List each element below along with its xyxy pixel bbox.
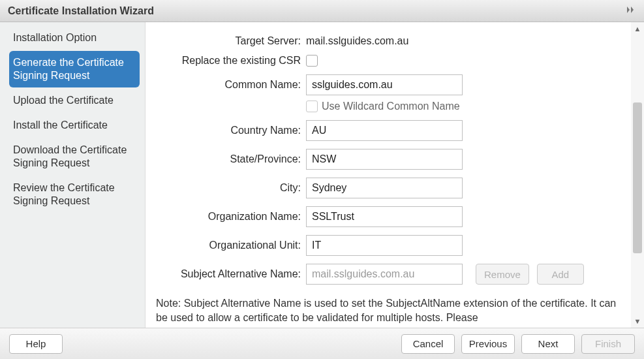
label-target-server: Target Server:	[156, 35, 306, 47]
button-next[interactable]: Next	[521, 334, 575, 354]
sidebar-item-installation-option[interactable]: Installation Option	[9, 26, 140, 50]
label-common-name: Common Name:	[156, 79, 306, 91]
sidebar-item-review-csr[interactable]: Review the Certificate Signing Request	[9, 176, 140, 213]
label-replace-csr: Replace the existing CSR	[156, 55, 306, 67]
row-state: State/Province:	[156, 149, 621, 170]
title-bar: Certificate Installation Wizard	[0, 0, 644, 22]
sidebar-item-generate-csr[interactable]: Generate the Certificate Signing Request	[9, 51, 140, 87]
scroll-track[interactable]	[631, 35, 644, 315]
input-san[interactable]	[306, 264, 463, 285]
vertical-scrollbar[interactable]: ▲ ▼	[631, 22, 644, 328]
row-ou: Organizational Unit:	[156, 235, 621, 256]
form-content: Target Server: mail.sslguides.com.au Rep…	[146, 22, 631, 328]
button-finish[interactable]: Finish	[581, 334, 635, 354]
wizard-sidebar: Installation Option Generate the Certifi…	[0, 22, 145, 328]
button-cancel[interactable]: Cancel	[401, 334, 455, 354]
sidebar-item-download-csr[interactable]: Download the Certificate Signing Request	[9, 138, 140, 175]
row-wildcard: Use Wildcard Common Name	[306, 101, 621, 112]
label-city: City:	[156, 182, 306, 194]
input-common-name[interactable]	[306, 74, 463, 95]
label-org: Organization Name:	[156, 211, 306, 223]
row-common-name: Common Name:	[156, 74, 621, 95]
row-target-server: Target Server: mail.sslguides.com.au	[156, 35, 621, 47]
button-san-remove[interactable]: Remove	[476, 264, 529, 285]
input-country[interactable]	[306, 120, 463, 141]
row-country: Country Name:	[156, 120, 621, 141]
expand-icon[interactable]	[626, 5, 636, 16]
label-san: Subject Alternative Name:	[156, 268, 306, 280]
content-wrap: Target Server: mail.sslguides.com.au Rep…	[145, 22, 644, 328]
scroll-thumb[interactable]	[633, 102, 642, 253]
button-help[interactable]: Help	[9, 334, 63, 354]
footer-bar: Help Cancel Previous Next Finish	[0, 328, 644, 359]
label-ou: Organizational Unit:	[156, 240, 306, 251]
row-replace-csr: Replace the existing CSR	[156, 55, 621, 67]
input-org[interactable]	[306, 206, 463, 227]
row-san: Subject Alternative Name: Remove Add	[156, 264, 621, 285]
window-title: Certificate Installation Wizard	[8, 5, 154, 17]
sidebar-item-upload-cert[interactable]: Upload the Certificate	[9, 89, 140, 112]
san-buttons: Remove Add	[476, 264, 584, 285]
input-state[interactable]	[306, 149, 463, 170]
main-area: Installation Option Generate the Certifi…	[0, 22, 644, 328]
button-previous[interactable]: Previous	[461, 334, 515, 354]
label-state: State/Province:	[156, 153, 306, 165]
row-city: City:	[156, 178, 621, 198]
sidebar-item-install-cert[interactable]: Install the Certificate	[9, 114, 140, 137]
row-org: Organization Name:	[156, 206, 621, 227]
label-country: Country Name:	[156, 125, 306, 136]
label-wildcard: Use Wildcard Common Name	[322, 101, 460, 112]
checkbox-wildcard[interactable]	[306, 101, 318, 112]
san-note: Note: Subject Alternative Name is used t…	[156, 296, 621, 324]
input-ou[interactable]	[306, 235, 463, 256]
scroll-up-arrow-icon[interactable]: ▲	[631, 22, 644, 35]
input-city[interactable]	[306, 178, 463, 198]
value-target-server: mail.sslguides.com.au	[306, 35, 408, 47]
button-san-add[interactable]: Add	[537, 264, 584, 285]
checkbox-replace-csr[interactable]	[306, 55, 318, 67]
scroll-down-arrow-icon[interactable]: ▼	[631, 315, 644, 328]
